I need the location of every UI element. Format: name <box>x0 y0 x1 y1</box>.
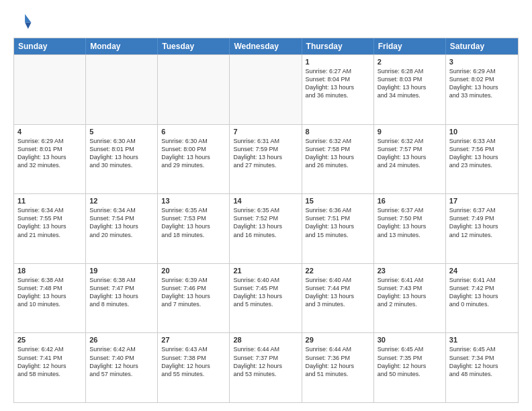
day-info: Sunrise: 6:28 AM Sunset: 8:03 PM Dayligh… <box>378 67 442 100</box>
day-info: Sunrise: 6:36 AM Sunset: 7:51 PM Dayligh… <box>306 206 370 239</box>
day-info: Sunrise: 6:37 AM Sunset: 7:50 PM Dayligh… <box>378 206 442 239</box>
day-info: Sunrise: 6:43 AM Sunset: 7:38 PM Dayligh… <box>161 345 226 378</box>
calendar-cell: 21Sunrise: 6:40 AM Sunset: 7:45 PM Dayli… <box>230 264 302 333</box>
day-number: 16 <box>378 197 442 205</box>
calendar-cell: 18Sunrise: 6:38 AM Sunset: 7:48 PM Dayli… <box>14 264 86 333</box>
calendar-cell: 24Sunrise: 6:41 AM Sunset: 7:42 PM Dayli… <box>446 264 518 333</box>
calendar-cell: 2Sunrise: 6:28 AM Sunset: 8:03 PM Daylig… <box>374 55 446 124</box>
day-number: 30 <box>378 336 442 344</box>
day-number: 11 <box>17 197 82 205</box>
day-number: 29 <box>306 336 370 344</box>
day-number: 24 <box>449 267 515 275</box>
calendar-cell: 30Sunrise: 6:45 AM Sunset: 7:35 PM Dayli… <box>374 333 446 402</box>
day-number: 12 <box>89 197 154 205</box>
weekday-header: Saturday <box>446 38 518 54</box>
day-number: 6 <box>161 128 226 136</box>
calendar-cell: 9Sunrise: 6:32 AM Sunset: 7:57 PM Daylig… <box>374 125 446 194</box>
day-number: 31 <box>449 336 515 344</box>
page: SundayMondayTuesdayWednesdayThursdayFrid… <box>0 0 532 411</box>
calendar-cell: 22Sunrise: 6:40 AM Sunset: 7:44 PM Dayli… <box>302 264 374 333</box>
day-info: Sunrise: 6:44 AM Sunset: 7:36 PM Dayligh… <box>306 345 370 378</box>
calendar-row: 11Sunrise: 6:34 AM Sunset: 7:55 PM Dayli… <box>14 193 518 263</box>
day-number: 19 <box>89 267 154 275</box>
day-info: Sunrise: 6:29 AM Sunset: 8:02 PM Dayligh… <box>449 67 515 100</box>
day-number: 7 <box>233 128 298 136</box>
weekday-header: Sunday <box>14 38 86 54</box>
day-info: Sunrise: 6:33 AM Sunset: 7:56 PM Dayligh… <box>449 137 515 170</box>
header <box>13 12 519 31</box>
day-info: Sunrise: 6:40 AM Sunset: 7:44 PM Dayligh… <box>306 276 370 309</box>
day-info: Sunrise: 6:35 AM Sunset: 7:52 PM Dayligh… <box>233 206 298 239</box>
day-number: 3 <box>449 58 515 66</box>
svg-marker-0 <box>25 14 31 22</box>
calendar-cell: 10Sunrise: 6:33 AM Sunset: 7:56 PM Dayli… <box>446 125 518 194</box>
day-info: Sunrise: 6:45 AM Sunset: 7:35 PM Dayligh… <box>378 345 442 378</box>
day-number: 22 <box>306 267 370 275</box>
day-number: 25 <box>17 336 82 344</box>
day-info: Sunrise: 6:30 AM Sunset: 8:00 PM Dayligh… <box>161 137 226 170</box>
calendar-cell: 4Sunrise: 6:29 AM Sunset: 8:01 PM Daylig… <box>14 125 86 194</box>
calendar-row: 4Sunrise: 6:29 AM Sunset: 8:01 PM Daylig… <box>14 124 518 194</box>
calendar-cell: 7Sunrise: 6:31 AM Sunset: 7:59 PM Daylig… <box>230 125 302 194</box>
calendar-cell: 25Sunrise: 6:42 AM Sunset: 7:41 PM Dayli… <box>14 333 86 402</box>
calendar-cell <box>86 55 158 124</box>
calendar-cell: 5Sunrise: 6:30 AM Sunset: 8:01 PM Daylig… <box>86 125 158 194</box>
calendar-cell: 20Sunrise: 6:39 AM Sunset: 7:46 PM Dayli… <box>158 264 230 333</box>
weekday-header: Wednesday <box>230 38 302 54</box>
calendar: SundayMondayTuesdayWednesdayThursdayFrid… <box>13 38 519 403</box>
day-number: 9 <box>378 128 442 136</box>
calendar-cell: 19Sunrise: 6:38 AM Sunset: 7:47 PM Dayli… <box>86 264 158 333</box>
day-info: Sunrise: 6:42 AM Sunset: 7:40 PM Dayligh… <box>89 345 154 378</box>
day-number: 21 <box>233 267 298 275</box>
calendar-cell: 6Sunrise: 6:30 AM Sunset: 8:00 PM Daylig… <box>158 125 230 194</box>
weekday-header: Thursday <box>302 38 374 54</box>
svg-marker-1 <box>25 23 31 29</box>
calendar-cell <box>158 55 230 124</box>
day-info: Sunrise: 6:41 AM Sunset: 7:43 PM Dayligh… <box>378 276 442 309</box>
calendar-cell: 13Sunrise: 6:35 AM Sunset: 7:53 PM Dayli… <box>158 194 230 263</box>
calendar-row: 1Sunrise: 6:27 AM Sunset: 8:04 PM Daylig… <box>14 54 518 124</box>
calendar-cell: 15Sunrise: 6:36 AM Sunset: 7:51 PM Dayli… <box>302 194 374 263</box>
calendar-cell: 23Sunrise: 6:41 AM Sunset: 7:43 PM Dayli… <box>374 264 446 333</box>
weekday-header: Friday <box>374 38 446 54</box>
day-number: 27 <box>161 336 226 344</box>
calendar-cell: 27Sunrise: 6:43 AM Sunset: 7:38 PM Dayli… <box>158 333 230 402</box>
calendar-cell: 3Sunrise: 6:29 AM Sunset: 8:02 PM Daylig… <box>446 55 518 124</box>
day-number: 4 <box>17 128 82 136</box>
day-number: 1 <box>306 58 370 66</box>
calendar-cell: 1Sunrise: 6:27 AM Sunset: 8:04 PM Daylig… <box>302 55 374 124</box>
day-number: 18 <box>17 267 82 275</box>
day-info: Sunrise: 6:29 AM Sunset: 8:01 PM Dayligh… <box>17 137 82 170</box>
day-info: Sunrise: 6:37 AM Sunset: 7:49 PM Dayligh… <box>449 206 515 239</box>
calendar-header: SundayMondayTuesdayWednesdayThursdayFrid… <box>14 38 518 54</box>
day-info: Sunrise: 6:32 AM Sunset: 7:58 PM Dayligh… <box>306 137 370 170</box>
day-number: 23 <box>378 267 442 275</box>
day-info: Sunrise: 6:34 AM Sunset: 7:54 PM Dayligh… <box>89 206 154 239</box>
calendar-cell: 29Sunrise: 6:44 AM Sunset: 7:36 PM Dayli… <box>302 333 374 402</box>
day-info: Sunrise: 6:30 AM Sunset: 8:01 PM Dayligh… <box>89 137 154 170</box>
day-number: 20 <box>161 267 226 275</box>
day-number: 26 <box>89 336 154 344</box>
day-info: Sunrise: 6:34 AM Sunset: 7:55 PM Dayligh… <box>17 206 82 239</box>
day-number: 13 <box>161 197 226 205</box>
calendar-cell: 8Sunrise: 6:32 AM Sunset: 7:58 PM Daylig… <box>302 125 374 194</box>
day-info: Sunrise: 6:40 AM Sunset: 7:45 PM Dayligh… <box>233 276 298 309</box>
day-number: 15 <box>306 197 370 205</box>
day-number: 2 <box>378 58 442 66</box>
calendar-row: 18Sunrise: 6:38 AM Sunset: 7:48 PM Dayli… <box>14 263 518 333</box>
logo-icon <box>13 12 32 31</box>
calendar-cell: 14Sunrise: 6:35 AM Sunset: 7:52 PM Dayli… <box>230 194 302 263</box>
calendar-cell <box>14 55 86 124</box>
calendar-cell <box>230 55 302 124</box>
day-number: 28 <box>233 336 298 344</box>
day-info: Sunrise: 6:31 AM Sunset: 7:59 PM Dayligh… <box>233 137 298 170</box>
calendar-cell: 31Sunrise: 6:45 AM Sunset: 7:34 PM Dayli… <box>446 333 518 402</box>
day-info: Sunrise: 6:42 AM Sunset: 7:41 PM Dayligh… <box>17 345 82 378</box>
day-number: 5 <box>89 128 154 136</box>
day-info: Sunrise: 6:27 AM Sunset: 8:04 PM Dayligh… <box>306 67 370 100</box>
calendar-cell: 16Sunrise: 6:37 AM Sunset: 7:50 PM Dayli… <box>374 194 446 263</box>
calendar-body: 1Sunrise: 6:27 AM Sunset: 8:04 PM Daylig… <box>14 54 518 402</box>
calendar-cell: 28Sunrise: 6:44 AM Sunset: 7:37 PM Dayli… <box>230 333 302 402</box>
day-info: Sunrise: 6:41 AM Sunset: 7:42 PM Dayligh… <box>449 276 515 309</box>
day-info: Sunrise: 6:39 AM Sunset: 7:46 PM Dayligh… <box>161 276 226 309</box>
